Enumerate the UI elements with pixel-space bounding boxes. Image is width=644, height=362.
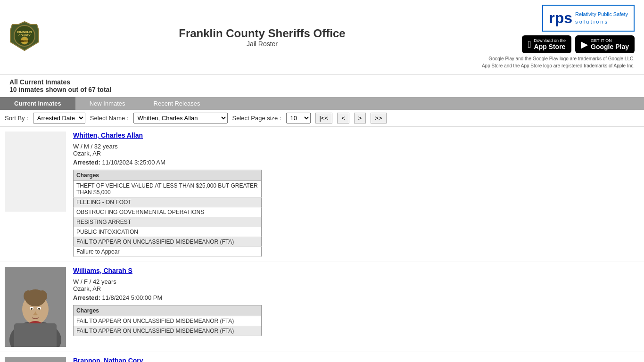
select-name-dropdown[interactable]: Whitten, Charles Allan [133,113,228,123]
inmate-demographics-williams: W / F / 42 years Ozark, AR [73,278,639,292]
all-inmates-label: All Current Inmates [9,78,635,86]
charge-row: FAIL TO APPEAR ON UNCLASSIFIED MISDEMEAN… [74,316,262,326]
controls-bar: Sort By : Arrested Date Select Name : Wh… [0,110,644,127]
inmate-entry-whitten: Whitten, Charles Allan W / M / 32 years … [0,127,644,262]
inmate-photo-whitten [5,132,66,212]
inmate-demographics-whitten: W / M / 32 years Ozark, AR [73,143,639,157]
page-header: FRANKLIN COUNTY SHERIFF Franklin County … [0,0,644,74]
charge-row: FLEEING - ON FOOT [74,197,262,207]
charges-table-whitten: Charges THEFT OF VEHICLE VALUED AT LESS … [73,170,262,257]
pagination-last[interactable]: >> [371,113,386,123]
navigation-tabs: Current Inmates New Inmates Recent Relea… [0,97,644,110]
charge-row: Failure to Appear [74,247,262,257]
header-right: rps Relativity Public Safety s o l u t i… [482,5,635,69]
google-play-text: GET IT ON Google Play [591,38,629,50]
google-play-icon: ▶ [581,39,588,50]
header-title-block: Franklin County Sheriffs Office Jail Ros… [42,27,482,48]
inmate-name-whitten[interactable]: Whitten, Charles Allan [73,132,639,139]
page-size-select[interactable]: 102550100 [286,113,311,123]
page-subtitle: Jail Roster [42,40,482,48]
inmate-info-brannon: Brannon, Nathan Cory W / M / 35 years [73,357,639,362]
svg-point-16 [31,308,33,310]
svg-text:FRANKLIN: FRANKLIN [17,31,32,33]
tab-recent-releases[interactable]: Recent Releases [140,97,215,110]
svg-text:SHERIFF: SHERIFF [19,40,29,42]
photo-svg-williams [5,267,66,347]
inmate-photo-brannon [5,357,66,362]
inmate-name-williams[interactable]: Williams, Charah S [73,267,639,274]
charges-header-whitten: Charges [74,170,262,181]
inmate-name-brannon[interactable]: Brannon, Nathan Cory [73,357,639,362]
app-store-text: Download on the App Store [534,38,566,50]
charge-row: FAIL TO APPEAR ON UNCLASSIFIED MISDEMEAN… [74,326,262,336]
page-title: Franklin County Sheriffs Office [42,27,482,40]
svg-rect-18 [5,357,66,362]
sheriff-logo: FRANKLIN COUNTY SHERIFF [9,21,42,54]
svg-point-10 [24,290,33,302]
apple-icon:  [528,39,531,50]
charge-row: RESISTING ARREST [74,217,262,227]
inmate-arrested-williams: Arrested: 11/8/2024 5:00:00 PM [73,294,639,301]
charges-header-williams: Charges [74,305,262,316]
inmate-photo-williams [5,267,66,347]
inmate-list: Whitten, Charles Allan W / M / 32 years … [0,127,644,362]
tab-current-inmates[interactable]: Current Inmates [0,97,75,110]
inmate-info-williams: Williams, Charah S W / F / 42 years Ozar… [73,267,639,347]
app-download-buttons:  Download on the App Store ▶ GET IT ON … [522,35,635,53]
rps-logo-subtitle: Relativity Public Safety s o l u t i o n… [575,11,628,25]
rps-logo: rps Relativity Public Safety s o l u t i… [542,5,635,32]
inmate-arrested-whitten: Arrested: 11/10/2024 3:25:00 AM [73,159,639,166]
trademark-text: Google Play and the Google Play logo are… [482,55,635,69]
photo-svg-brannon [5,357,66,362]
app-store-button[interactable]:  Download on the App Store [522,35,571,53]
pagination-next[interactable]: > [354,113,366,123]
tab-new-inmates[interactable]: New Inmates [75,97,140,110]
google-play-button[interactable]: ▶ GET IT ON Google Play [575,35,635,53]
inmate-entry-brannon: Brannon, Nathan Cory W / M / 35 years [0,352,644,362]
inmate-entry-williams: Williams, Charah S W / F / 42 years Ozar… [0,262,644,352]
charge-row: OBSTRUCTING GOVERNMENTAL OPERATIONS [74,207,262,217]
inmate-summary: All Current Inmates 10 inmates shown out… [0,74,644,97]
rps-logo-text: rps [549,9,572,27]
charges-table-williams: Charges FAIL TO APPEAR ON UNCLASSIFIED M… [73,305,262,336]
pagination-prev[interactable]: < [337,113,349,123]
pagination-first[interactable]: |<< [315,113,333,123]
charge-row: FAIL TO APPEAR ON UNCLASSIFIED MISDEMEAN… [74,237,262,247]
sheriff-badge-icon: FRANKLIN COUNTY SHERIFF [9,21,40,51]
inmate-info-whitten: Whitten, Charles Allan W / M / 32 years … [73,132,639,257]
svg-point-17 [38,308,40,310]
charge-row: THEFT OF VEHICLE VALUED AT LESS THAN $25… [74,181,262,197]
page-size-label: Select Page size : [232,115,281,122]
inmate-count-label: 10 inmates shown out of 67 total [9,86,635,93]
sort-by-label: Sort By : [5,115,28,122]
sort-by-select[interactable]: Arrested Date [33,113,85,123]
svg-point-11 [38,290,47,302]
select-name-label: Select Name : [90,115,129,122]
svg-rect-13 [14,323,57,347]
charge-row: PUBLIC INTOXICATION [74,227,262,237]
svg-text:COUNTY: COUNTY [18,34,30,37]
